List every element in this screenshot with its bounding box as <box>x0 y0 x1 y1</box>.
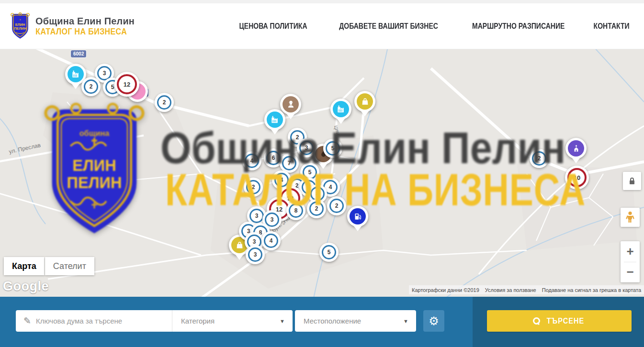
brand-logo[interactable]: ⚜ ЕЛИН ПЕЛИН Община Елин Пелин КАТАЛОГ Н… <box>10 12 140 41</box>
map-attribution: Картографски данни ©2019 Условия за полз… <box>409 285 644 294</box>
cluster-count: 5 <box>331 145 335 152</box>
category-pin[interactable] <box>330 99 351 120</box>
cluster-count: 3 <box>254 251 257 258</box>
location-select-label: Местоположение <box>304 317 361 325</box>
search-bar: ✎ Категория ▼ Местоположение ▼ ⚙ ТЪРСЕНЕ <box>0 297 644 347</box>
cluster-count: 2 <box>538 155 541 162</box>
cluster-count: 2 <box>296 134 299 141</box>
pin-tail <box>337 118 345 124</box>
cluster-count: 4 <box>329 184 332 190</box>
category-select[interactable]: Категория ▼ <box>172 310 293 332</box>
cluster-marker[interactable]: 10 <box>565 166 589 190</box>
cluster-marker[interactable]: 2 <box>81 77 101 96</box>
cluster-count: 2 <box>90 83 93 90</box>
cluster-marker[interactable]: 12 <box>114 72 139 97</box>
cluster-marker[interactable]: 4 <box>261 231 281 250</box>
cluster-count: 10 <box>574 174 580 181</box>
coat-of-arms-icon: ⚜ ЕЛИН ПЕЛИН <box>10 12 31 41</box>
pin-tail <box>353 225 362 231</box>
cluster-count: 3 <box>103 70 106 77</box>
cluster-count: 7 <box>288 160 291 167</box>
map-type-satellite-button[interactable]: Сателит <box>45 257 94 275</box>
cluster-count: 2 <box>335 202 339 209</box>
category-pin[interactable] <box>347 206 368 227</box>
nav-pricing-policy[interactable]: ЦЕНОВА ПОЛИТИКА <box>239 22 307 31</box>
search-button[interactable]: ТЪРСЕНЕ <box>487 310 632 332</box>
cluster-count: 2 <box>252 184 255 190</box>
brand-subtitle: КАТАЛОГ НА БИЗНЕСА <box>35 27 129 37</box>
markers-layer: 3251222356475422748131282233383435102 <box>0 49 644 297</box>
lock-icon <box>629 177 635 185</box>
category-pin[interactable] <box>280 94 301 115</box>
cluster-marker[interactable]: 5 <box>323 139 342 158</box>
category-pin[interactable] <box>264 109 285 130</box>
factory-icon <box>333 101 349 117</box>
gear-icon: ⚙ <box>429 315 439 327</box>
location-select[interactable]: Местоположение ▼ <box>295 310 416 332</box>
cluster-marker[interactable]: 2 <box>327 196 346 215</box>
cluster-marker[interactable]: 5 <box>319 243 339 262</box>
cluster-marker[interactable]: 8 <box>286 201 305 220</box>
street-view-pegman-button[interactable] <box>621 208 640 227</box>
cluster-marker[interactable]: 4 <box>242 151 261 170</box>
main-nav: ЦЕНОВА ПОЛИТИКА ДОБАВЕТЕ ВАШИЯТ БИЗНЕС М… <box>233 22 633 31</box>
cluster-count: 3 <box>255 213 259 219</box>
cluster-count: 8 <box>294 207 298 214</box>
category-select-label: Категория <box>181 317 215 325</box>
cluster-marker[interactable]: 7 <box>280 154 299 173</box>
cluster-count: 3 <box>305 145 308 151</box>
advanced-settings-button[interactable]: ⚙ <box>423 310 444 332</box>
cluster-count: 12 <box>124 81 130 88</box>
map-type-map-button[interactable]: Карта <box>4 257 45 275</box>
cluster-marker[interactable]: 2 <box>155 93 174 112</box>
attribution-terms-link[interactable]: Условия за ползване <box>482 287 539 293</box>
pin-tail <box>572 157 580 163</box>
category-pin[interactable] <box>354 91 375 112</box>
keyword-search-input[interactable] <box>36 310 172 332</box>
cluster-marker[interactable]: 2 <box>530 149 549 168</box>
keyword-field-wrap: ✎ <box>16 310 172 332</box>
pin-tail <box>71 83 80 89</box>
lock-button[interactable] <box>623 172 641 190</box>
cluster-count: 4 <box>270 237 273 244</box>
cluster-count: 8 <box>316 190 319 197</box>
cluster-count: 3 <box>253 238 256 245</box>
cluster-marker[interactable]: 2 <box>307 199 326 218</box>
cluster-count: 3 <box>271 216 274 223</box>
cluster-count: 5 <box>328 249 331 256</box>
cluster-count: 2 <box>315 205 318 212</box>
cluster-count: 6 <box>272 155 275 161</box>
svg-text:ПЕЛИН: ПЕЛИН <box>14 26 26 31</box>
nav-contacts[interactable]: КОНТАКТИ <box>593 22 629 31</box>
nav-add-your-business[interactable]: ДОБАВЕТЕ ВАШИЯТ БИЗНЕС <box>339 22 438 31</box>
pin-tail <box>319 163 328 169</box>
cluster-marker[interactable]: 2 <box>244 178 263 197</box>
bag-icon <box>357 93 373 110</box>
cluster-marker[interactable]: 3 <box>246 245 265 264</box>
pin-tail <box>235 254 244 260</box>
category-pin[interactable] <box>565 138 587 159</box>
pin-tail <box>286 113 295 119</box>
zoom-out-button[interactable]: − <box>621 262 640 282</box>
factory-icon <box>267 112 283 128</box>
svg-text:ЕЛИН: ЕЛИН <box>15 22 25 27</box>
pin-tail <box>361 111 369 116</box>
cluster-count: 4 <box>280 177 283 183</box>
search-icon <box>533 317 540 325</box>
top-strip <box>0 0 644 3</box>
attribution-copyright: Картографски данни ©2019 <box>409 287 482 293</box>
cluster-count: 5 <box>111 84 114 90</box>
map-canvas[interactable]: 6002 ул. Преслав бул. „Новосел ции 32512… <box>0 49 644 297</box>
zoom-in-button[interactable]: + <box>621 241 640 262</box>
attribution-report-link[interactable]: Подаване на сигнал за грешка в картата <box>539 287 644 293</box>
factory-icon <box>68 66 84 82</box>
nav-route-schedule[interactable]: МАРШРУТНО РАЗПИСАНИЕ <box>472 22 565 31</box>
pegman-icon <box>626 211 634 224</box>
cluster-marker[interactable]: 3 <box>297 138 316 157</box>
brand-title: Община Елин Пелин <box>35 15 135 27</box>
search-field-group: ✎ Категория ▼ <box>16 310 293 332</box>
cluster-count: 4 <box>250 157 254 164</box>
page: ⚜ ЕЛИН ПЕЛИН Община Елин Пелин КАТАЛОГ Н… <box>0 0 644 347</box>
chevron-down-icon: ▼ <box>280 318 285 324</box>
google-logo[interactable]: Google <box>3 279 49 294</box>
